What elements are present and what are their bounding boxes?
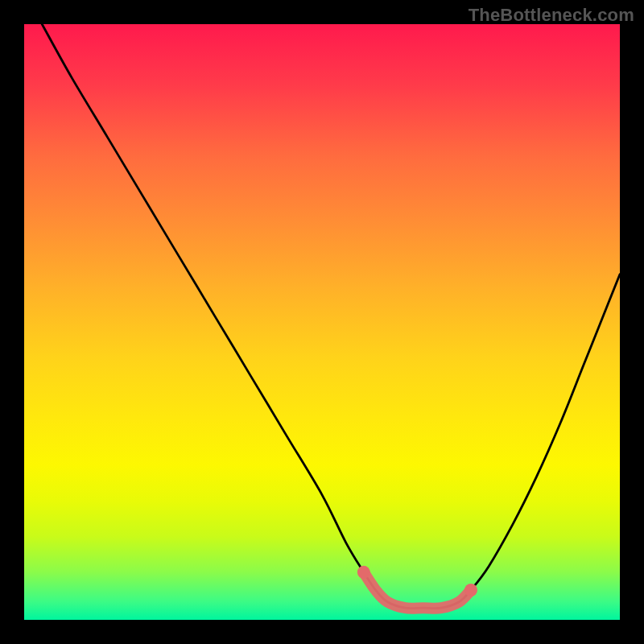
highlight-endpoint-left xyxy=(357,566,370,579)
bottleneck-curve xyxy=(42,24,620,609)
bottom-highlight xyxy=(364,572,471,609)
highlight-endpoint-right xyxy=(464,584,477,597)
plot-area xyxy=(24,24,620,620)
curve-svg xyxy=(24,24,620,620)
chart-container: TheBottleneck.com xyxy=(0,0,644,644)
watermark-text: TheBottleneck.com xyxy=(469,5,634,26)
